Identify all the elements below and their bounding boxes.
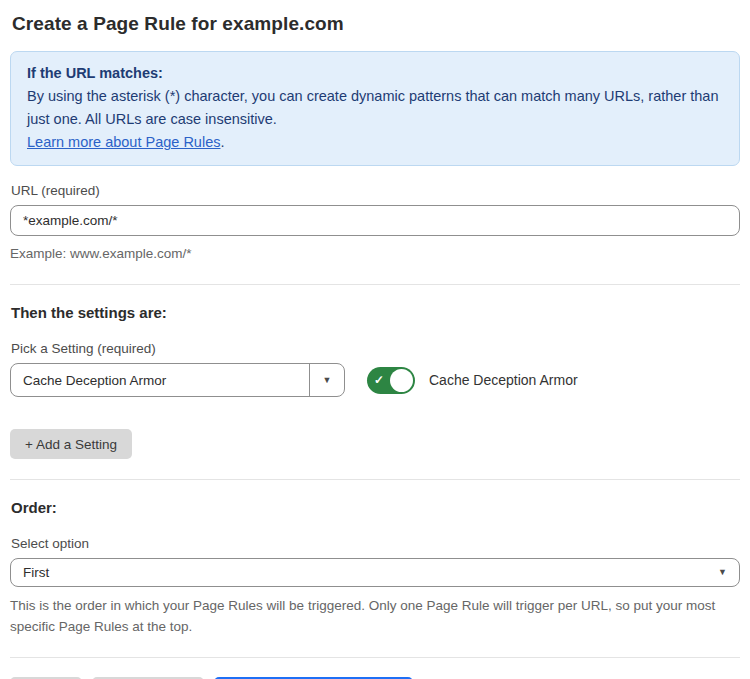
divider [10, 284, 740, 285]
learn-more-link[interactable]: Learn more about Page Rules [27, 134, 220, 150]
divider [10, 657, 740, 658]
add-setting-button[interactable]: + Add a Setting [10, 429, 132, 459]
url-match-info-box: If the URL matches: By using the asteris… [10, 51, 740, 166]
setting-dropdown-arrow-button[interactable]: ▼ [309, 364, 344, 396]
setting-picker-label: Pick a Setting (required) [11, 341, 740, 356]
setting-dropdown-value: Cache Deception Armor [11, 364, 309, 396]
create-page-rule-form: Create a Page Rule for example.com If th… [0, 0, 750, 679]
caret-down-icon: ▼ [323, 376, 332, 385]
settings-section: Then the settings are: Pick a Setting (r… [10, 304, 740, 459]
url-input[interactable] [10, 205, 740, 236]
caret-down-icon: ▼ [718, 568, 727, 577]
toggle-knob [390, 369, 413, 392]
settings-heading: Then the settings are: [11, 304, 740, 321]
order-select[interactable]: First ▼ [10, 558, 740, 587]
url-label: URL (required) [11, 183, 740, 198]
order-select-label: Select option [11, 536, 740, 551]
order-section: Order: Select option First ▼ This is the… [10, 499, 740, 637]
setting-row: Cache Deception Armor ▼ ✓ Cache Deceptio… [10, 363, 740, 397]
order-heading: Order: [11, 499, 740, 516]
check-icon: ✓ [374, 374, 384, 386]
link-period: . [220, 134, 224, 150]
url-helper: Example: www.example.com/* [10, 243, 740, 264]
order-select-value: First [23, 565, 718, 580]
divider [10, 479, 740, 480]
info-box-body: By using the asterisk (*) character, you… [27, 85, 723, 131]
url-section: URL (required) Example: www.example.com/… [10, 183, 740, 264]
setting-toggle[interactable]: ✓ [367, 367, 415, 394]
setting-dropdown[interactable]: Cache Deception Armor ▼ [10, 363, 345, 397]
setting-toggle-label: Cache Deception Armor [429, 372, 578, 388]
info-box-link-line: Learn more about Page Rules. [27, 131, 723, 154]
order-helper: This is the order in which your Page Rul… [10, 595, 740, 637]
page-title: Create a Page Rule for example.com [12, 13, 740, 35]
info-box-heading: If the URL matches: [27, 62, 723, 85]
